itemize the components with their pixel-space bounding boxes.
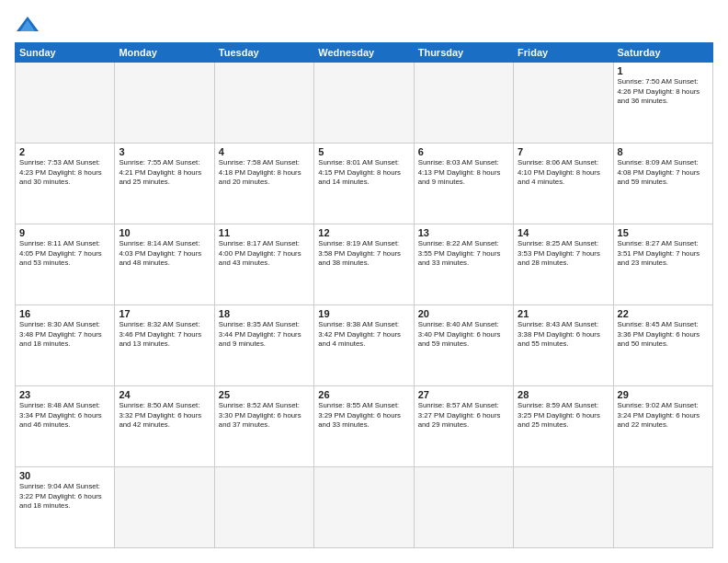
day-number: 5 xyxy=(318,146,409,157)
page: SundayMondayTuesdayWednesdayThursdayFrid… xyxy=(0,0,728,563)
calendar-cell: 1Sunrise: 7:50 AM Sunset: 4:26 PM Daylig… xyxy=(613,63,712,144)
calendar-cell: 10Sunrise: 8:14 AM Sunset: 4:03 PM Dayli… xyxy=(115,224,214,305)
calendar-cell: 18Sunrise: 8:35 AM Sunset: 3:44 PM Dayli… xyxy=(214,305,313,386)
calendar-cell: 15Sunrise: 8:27 AM Sunset: 3:51 PM Dayli… xyxy=(613,224,712,305)
cell-info: Sunrise: 8:11 AM Sunset: 4:05 PM Dayligh… xyxy=(19,239,110,269)
calendar-cell xyxy=(514,467,613,548)
day-number: 26 xyxy=(318,389,409,400)
day-number: 1 xyxy=(618,65,709,76)
day-number: 10 xyxy=(119,227,210,238)
calendar-cell: 9Sunrise: 8:11 AM Sunset: 4:05 PM Daylig… xyxy=(16,224,115,305)
day-number: 25 xyxy=(219,389,310,400)
calendar-cell xyxy=(414,63,513,144)
calendar-cell xyxy=(613,467,712,548)
day-number: 18 xyxy=(219,308,310,319)
day-number: 22 xyxy=(618,308,709,319)
logo-icon xyxy=(15,15,40,35)
day-number: 23 xyxy=(19,389,110,400)
day-number: 17 xyxy=(119,308,210,319)
weekday-header: Sunday xyxy=(16,43,115,63)
cell-info: Sunrise: 8:09 AM Sunset: 4:08 PM Dayligh… xyxy=(618,158,709,188)
cell-info: Sunrise: 8:27 AM Sunset: 3:51 PM Dayligh… xyxy=(618,239,709,269)
cell-info: Sunrise: 8:38 AM Sunset: 3:42 PM Dayligh… xyxy=(318,320,409,350)
cell-info: Sunrise: 8:22 AM Sunset: 3:55 PM Dayligh… xyxy=(418,239,509,269)
cell-info: Sunrise: 8:01 AM Sunset: 4:15 PM Dayligh… xyxy=(318,158,409,188)
calendar-cell xyxy=(314,467,414,548)
cell-info: Sunrise: 8:45 AM Sunset: 3:36 PM Dayligh… xyxy=(618,320,709,350)
cell-info: Sunrise: 8:40 AM Sunset: 3:40 PM Dayligh… xyxy=(418,320,509,350)
day-number: 6 xyxy=(418,146,509,157)
cell-info: Sunrise: 8:57 AM Sunset: 3:27 PM Dayligh… xyxy=(418,401,509,431)
cell-info: Sunrise: 9:02 AM Sunset: 3:24 PM Dayligh… xyxy=(618,401,709,431)
calendar-cell: 23Sunrise: 8:48 AM Sunset: 3:34 PM Dayli… xyxy=(16,386,115,467)
day-number: 16 xyxy=(19,308,110,319)
weekday-header: Friday xyxy=(514,43,613,63)
day-number: 7 xyxy=(518,146,609,157)
cell-info: Sunrise: 8:03 AM Sunset: 4:13 PM Dayligh… xyxy=(418,158,509,188)
cell-info: Sunrise: 8:43 AM Sunset: 3:38 PM Dayligh… xyxy=(518,320,609,350)
calendar-cell xyxy=(214,467,313,548)
day-number: 11 xyxy=(219,227,310,238)
calendar-cell: 25Sunrise: 8:52 AM Sunset: 3:30 PM Dayli… xyxy=(214,386,313,467)
calendar-cell: 17Sunrise: 8:32 AM Sunset: 3:46 PM Dayli… xyxy=(115,305,214,386)
day-number: 27 xyxy=(418,389,509,400)
cell-info: Sunrise: 8:52 AM Sunset: 3:30 PM Dayligh… xyxy=(219,401,310,431)
calendar-cell: 19Sunrise: 8:38 AM Sunset: 3:42 PM Dayli… xyxy=(314,305,414,386)
cell-info: Sunrise: 8:14 AM Sunset: 4:03 PM Dayligh… xyxy=(119,239,210,269)
calendar-cell: 22Sunrise: 8:45 AM Sunset: 3:36 PM Dayli… xyxy=(613,305,712,386)
calendar-cell: 11Sunrise: 8:17 AM Sunset: 4:00 PM Dayli… xyxy=(214,224,313,305)
calendar-cell: 5Sunrise: 8:01 AM Sunset: 4:15 PM Daylig… xyxy=(314,144,414,224)
cell-info: Sunrise: 8:59 AM Sunset: 3:25 PM Dayligh… xyxy=(518,401,609,431)
calendar-cell: 8Sunrise: 8:09 AM Sunset: 4:08 PM Daylig… xyxy=(613,144,712,224)
day-number: 9 xyxy=(19,227,110,238)
cell-info: Sunrise: 7:55 AM Sunset: 4:21 PM Dayligh… xyxy=(119,158,210,188)
day-number: 12 xyxy=(318,227,409,238)
cell-info: Sunrise: 8:50 AM Sunset: 3:32 PM Dayligh… xyxy=(119,401,210,431)
calendar-cell xyxy=(16,63,115,144)
calendar-cell: 16Sunrise: 8:30 AM Sunset: 3:48 PM Dayli… xyxy=(16,305,115,386)
day-number: 13 xyxy=(418,227,509,238)
cell-info: Sunrise: 8:32 AM Sunset: 3:46 PM Dayligh… xyxy=(119,320,210,350)
day-number: 21 xyxy=(518,308,609,319)
cell-info: Sunrise: 8:06 AM Sunset: 4:10 PM Dayligh… xyxy=(518,158,609,188)
calendar-cell: 21Sunrise: 8:43 AM Sunset: 3:38 PM Dayli… xyxy=(514,305,613,386)
cell-info: Sunrise: 7:50 AM Sunset: 4:26 PM Dayligh… xyxy=(618,77,709,107)
day-number: 20 xyxy=(418,308,509,319)
day-number: 30 xyxy=(19,470,110,481)
weekday-header: Monday xyxy=(115,43,214,63)
cell-info: Sunrise: 8:48 AM Sunset: 3:34 PM Dayligh… xyxy=(19,401,110,431)
calendar-cell: 30Sunrise: 9:04 AM Sunset: 3:22 PM Dayli… xyxy=(16,467,115,548)
day-number: 3 xyxy=(119,146,210,157)
day-number: 29 xyxy=(618,389,709,400)
calendar-cell xyxy=(214,63,313,144)
calendar-cell xyxy=(115,63,214,144)
cell-info: Sunrise: 7:53 AM Sunset: 4:23 PM Dayligh… xyxy=(19,158,110,188)
calendar-cell: 26Sunrise: 8:55 AM Sunset: 3:29 PM Dayli… xyxy=(314,386,414,467)
weekday-header: Tuesday xyxy=(214,43,313,63)
calendar-cell: 3Sunrise: 7:55 AM Sunset: 4:21 PM Daylig… xyxy=(115,144,214,224)
cell-info: Sunrise: 8:17 AM Sunset: 4:00 PM Dayligh… xyxy=(219,239,310,269)
cell-info: Sunrise: 8:55 AM Sunset: 3:29 PM Dayligh… xyxy=(318,401,409,431)
weekday-header: Wednesday xyxy=(314,43,414,63)
day-number: 19 xyxy=(318,308,409,319)
calendar-cell: 14Sunrise: 8:25 AM Sunset: 3:53 PM Dayli… xyxy=(514,224,613,305)
day-number: 2 xyxy=(19,146,110,157)
day-number: 28 xyxy=(518,389,609,400)
calendar-cell xyxy=(314,63,414,144)
day-number: 24 xyxy=(119,389,210,400)
calendar-cell: 2Sunrise: 7:53 AM Sunset: 4:23 PM Daylig… xyxy=(16,144,115,224)
calendar-cell: 6Sunrise: 8:03 AM Sunset: 4:13 PM Daylig… xyxy=(414,144,513,224)
day-number: 4 xyxy=(219,146,310,157)
calendar-cell: 4Sunrise: 7:58 AM Sunset: 4:18 PM Daylig… xyxy=(214,144,313,224)
calendar-cell: 12Sunrise: 8:19 AM Sunset: 3:58 PM Dayli… xyxy=(314,224,414,305)
calendar-cell: 20Sunrise: 8:40 AM Sunset: 3:40 PM Dayli… xyxy=(414,305,513,386)
calendar-cell xyxy=(414,467,513,548)
cell-info: Sunrise: 9:04 AM Sunset: 3:22 PM Dayligh… xyxy=(19,482,110,511)
calendar-cell: 13Sunrise: 8:22 AM Sunset: 3:55 PM Dayli… xyxy=(414,224,513,305)
cell-info: Sunrise: 8:25 AM Sunset: 3:53 PM Dayligh… xyxy=(518,239,609,269)
cell-info: Sunrise: 8:35 AM Sunset: 3:44 PM Dayligh… xyxy=(219,320,310,350)
cell-info: Sunrise: 8:19 AM Sunset: 3:58 PM Dayligh… xyxy=(318,239,409,269)
calendar-cell: 28Sunrise: 8:59 AM Sunset: 3:25 PM Dayli… xyxy=(514,386,613,467)
weekday-header: Thursday xyxy=(414,43,513,63)
calendar-cell xyxy=(115,467,214,548)
